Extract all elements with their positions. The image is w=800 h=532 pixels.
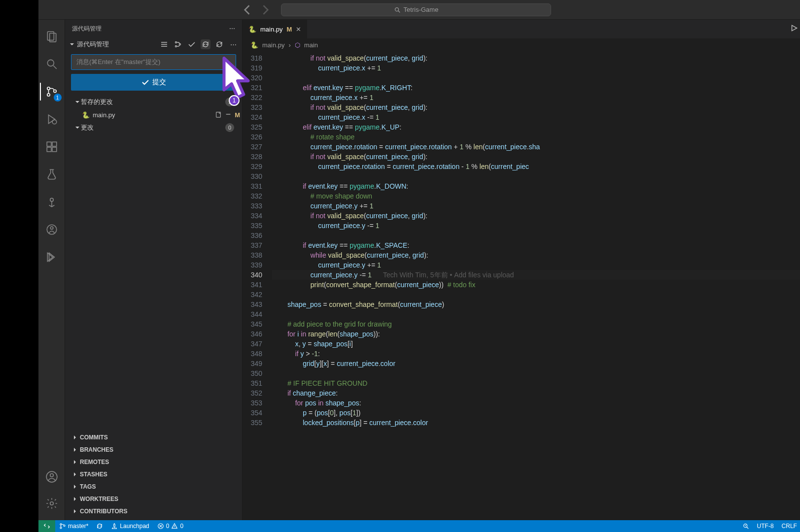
activity-explorer[interactable] — [40, 25, 64, 48]
sidebar-group-stashes[interactable]: STASHES — [65, 468, 242, 480]
sidebar-group-commits[interactable]: COMMITS — [65, 431, 242, 443]
sidebar-group-remotes[interactable]: REMOTES — [65, 456, 242, 468]
activity-bar: 1 — [38, 20, 65, 520]
staged-file-row[interactable]: 🐍 main.py M — [67, 108, 240, 121]
scm-view-list-button[interactable] — [159, 39, 169, 49]
code-line[interactable]: current_piece.y -= 1 Tech With Tim, 5年前 … — [272, 270, 800, 280]
problems-button[interactable]: 0 0 — [153, 520, 187, 532]
code-line[interactable]: elif event.key == pygame.K_RIGHT: — [272, 83, 800, 93]
code-line[interactable]: # add piece to the grid for drawing — [272, 319, 800, 329]
code-line[interactable]: current_piece.rotation = current_piece.r… — [272, 162, 800, 171]
nav-back-button[interactable] — [241, 3, 254, 17]
scm-more-button[interactable]: ⋯ — [228, 39, 238, 49]
scm-refresh-button[interactable] — [214, 39, 224, 49]
code-line[interactable] — [272, 290, 800, 299]
activity-accounts[interactable] — [40, 465, 64, 489]
command-center-search[interactable]: Tetris-Game — [281, 3, 551, 16]
code-line[interactable]: grid[y][x] = current_piece.color — [272, 359, 800, 368]
scm-view-tree-button[interactable] — [173, 39, 183, 49]
feedback-button[interactable] — [738, 523, 753, 530]
code-line[interactable]: while valid_space(current_piece, grid): — [272, 250, 800, 260]
code-line[interactable]: # rotate shape — [272, 132, 800, 142]
commit-button[interactable]: 提交 — [71, 74, 236, 91]
svg-point-3 — [47, 60, 54, 66]
activity-gitlens-2[interactable] — [40, 218, 64, 241]
code-line[interactable]: # IF PIECE HIT GROUND — [272, 378, 800, 388]
code-line[interactable]: x, y = shape_pos[i] — [272, 339, 800, 349]
error-count: 0 — [166, 523, 170, 530]
code-line[interactable]: shape_pos = convert_shape_format(current… — [272, 299, 800, 309]
code-line[interactable]: print(convert_shape_format(current_piece… — [272, 280, 800, 290]
launchpad-button[interactable]: Launchpad — [107, 520, 153, 532]
code-line[interactable]: current_piece.rotation = current_piece.r… — [272, 142, 800, 152]
code-line[interactable]: if not valid_space(current_piece, grid): — [272, 152, 800, 162]
sync-button[interactable] — [92, 520, 107, 532]
code-line[interactable] — [272, 73, 800, 83]
code-line[interactable]: current_piece.y += 1 — [272, 201, 800, 211]
code-line[interactable]: if event.key == pygame.K_DOWN: — [272, 181, 800, 191]
python-file-icon: 🐍 — [248, 26, 256, 33]
svg-point-26 — [64, 525, 65, 527]
code-line[interactable] — [272, 171, 800, 181]
commit-button-label: 提交 — [152, 78, 166, 87]
tab-close-button[interactable]: ✕ — [296, 26, 301, 33]
activity-run-debug[interactable] — [40, 107, 64, 131]
editor-tab[interactable]: 🐍 main.py M ✕ — [243, 20, 308, 38]
changes-header[interactable]: 更改 0 — [67, 121, 240, 134]
editor: 🐍 main.py M ✕ ⊙ 🐍 main.py › ⬡ main — [243, 20, 800, 520]
activity-search[interactable] — [40, 52, 64, 76]
sidebar-group-contributors[interactable]: CONTRIBUTORS — [65, 505, 242, 517]
activity-source-control[interactable]: 1 — [40, 80, 64, 103]
scm-section-label: 源代码管理 — [77, 40, 109, 49]
activity-gitlens-3[interactable] — [40, 245, 64, 269]
sidebar-group-branches[interactable]: BRANCHES — [65, 443, 242, 456]
code-line[interactable]: current_piece.y += 1 — [272, 260, 800, 270]
code-line[interactable]: if change_piece: — [272, 388, 800, 398]
run-button[interactable] — [790, 24, 799, 34]
staged-count-badge: 1 — [225, 98, 234, 106]
breadcrumb[interactable]: 🐍 main.py › ⬡ main — [243, 38, 800, 52]
code-line[interactable]: current_piece.x += 1 — [272, 93, 800, 102]
breadcrumb-symbol: main — [304, 41, 318, 49]
encoding-button[interactable]: UTF-8 — [753, 523, 778, 530]
code-line[interactable]: current_piece.y -= 1 — [272, 221, 800, 231]
code-line[interactable]: elif event.key == pygame.K_UP: — [272, 122, 800, 132]
commit-message-input[interactable]: 消息(⌘Enter 在"master"提交) — [71, 54, 236, 70]
sidebar-group-tags[interactable]: TAGS — [65, 480, 242, 493]
code-line[interactable]: if not valid_space(current_piece, grid): — [272, 102, 800, 112]
open-file-button[interactable] — [215, 111, 222, 119]
code-line[interactable]: for pos in shape_pos: — [272, 398, 800, 408]
staged-changes-header[interactable]: 暂存的更改 1 — [67, 96, 240, 108]
code-line[interactable]: current_piece.x += 1 — [272, 63, 800, 73]
code-editor[interactable]: 3183193203213223233243253263273283293303… — [243, 52, 800, 520]
nav-forward-button[interactable] — [258, 3, 272, 17]
scm-sync-button[interactable] — [201, 39, 210, 49]
sidebar-more-button[interactable]: ⋯ — [229, 25, 235, 32]
activity-gitlens-1[interactable] — [40, 190, 64, 214]
code-line[interactable] — [272, 309, 800, 319]
unstage-button[interactable] — [225, 111, 232, 119]
code-line[interactable]: if not valid_space(current_piece, grid): — [272, 53, 800, 63]
code-line[interactable]: for i in range(len(shape_pos)): — [272, 329, 800, 339]
code-line[interactable] — [272, 368, 800, 378]
code-line[interactable]: locked_positions[p] = current_piece.colo… — [272, 418, 800, 428]
code-line[interactable]: if event.key == pygame.K_SPACE: — [272, 240, 800, 250]
code-line[interactable]: if not valid_space(current_piece, grid): — [272, 211, 800, 221]
code-line[interactable]: p = (pos[0], pos[1]) — [272, 408, 800, 418]
activity-settings[interactable] — [40, 492, 64, 515]
branch-button[interactable]: master* — [55, 520, 92, 532]
code-line[interactable]: current_piece.x -= 1 — [272, 112, 800, 122]
code-line[interactable]: # move shape down — [272, 191, 800, 201]
eol-button[interactable]: CRLF — [778, 523, 800, 530]
remote-button[interactable] — [38, 520, 55, 532]
tab-modified-badge: M — [287, 26, 292, 33]
code-line[interactable]: if y > -1: — [272, 349, 800, 359]
chevron-right-icon — [72, 447, 78, 453]
sidebar-group-worktrees[interactable]: WORKTREES — [65, 493, 242, 505]
svg-point-25 — [60, 527, 62, 529]
code-line[interactable] — [272, 231, 800, 240]
scm-commit-check-button[interactable] — [187, 39, 197, 49]
svg-point-20 — [179, 44, 181, 45]
activity-testing[interactable] — [40, 163, 64, 186]
activity-extensions[interactable] — [40, 135, 64, 159]
